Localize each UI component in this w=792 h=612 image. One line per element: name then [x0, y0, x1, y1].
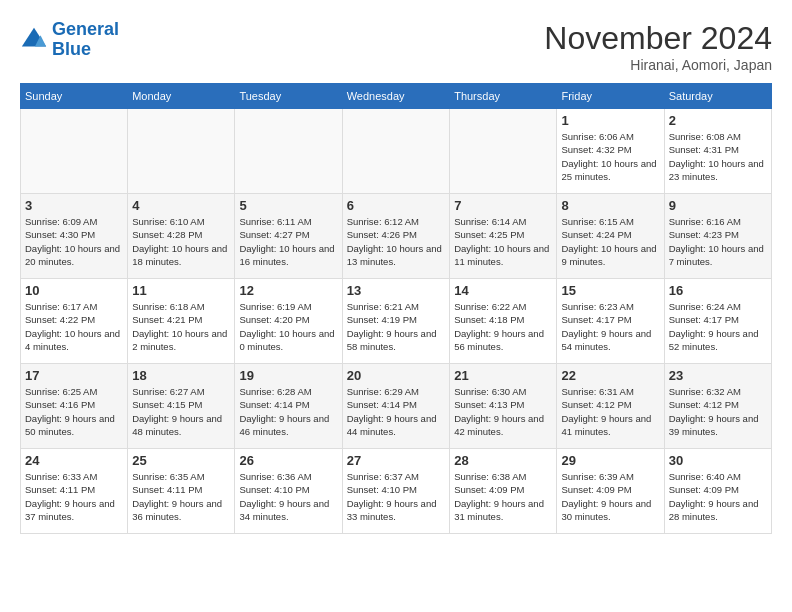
calendar-cell: 9Sunrise: 6:16 AM Sunset: 4:23 PM Daylig…	[664, 194, 771, 279]
calendar-cell: 22Sunrise: 6:31 AM Sunset: 4:12 PM Dayli…	[557, 364, 664, 449]
calendar-cell: 19Sunrise: 6:28 AM Sunset: 4:14 PM Dayli…	[235, 364, 342, 449]
day-info: Sunrise: 6:12 AM Sunset: 4:26 PM Dayligh…	[347, 215, 445, 268]
day-number: 10	[25, 283, 123, 298]
calendar-body: 1Sunrise: 6:06 AM Sunset: 4:32 PM Daylig…	[21, 109, 772, 534]
day-info: Sunrise: 6:29 AM Sunset: 4:14 PM Dayligh…	[347, 385, 445, 438]
calendar-cell: 26Sunrise: 6:36 AM Sunset: 4:10 PM Dayli…	[235, 449, 342, 534]
calendar-cell: 10Sunrise: 6:17 AM Sunset: 4:22 PM Dayli…	[21, 279, 128, 364]
calendar-cell	[235, 109, 342, 194]
logo-icon	[20, 26, 48, 54]
week-row-3: 17Sunrise: 6:25 AM Sunset: 4:16 PM Dayli…	[21, 364, 772, 449]
day-info: Sunrise: 6:38 AM Sunset: 4:09 PM Dayligh…	[454, 470, 552, 523]
day-info: Sunrise: 6:22 AM Sunset: 4:18 PM Dayligh…	[454, 300, 552, 353]
calendar-cell: 23Sunrise: 6:32 AM Sunset: 4:12 PM Dayli…	[664, 364, 771, 449]
weekday-header-saturday: Saturday	[664, 84, 771, 109]
calendar-cell: 30Sunrise: 6:40 AM Sunset: 4:09 PM Dayli…	[664, 449, 771, 534]
day-info: Sunrise: 6:06 AM Sunset: 4:32 PM Dayligh…	[561, 130, 659, 183]
calendar-cell	[450, 109, 557, 194]
weekday-header-monday: Monday	[128, 84, 235, 109]
month-title: November 2024	[544, 20, 772, 57]
day-info: Sunrise: 6:11 AM Sunset: 4:27 PM Dayligh…	[239, 215, 337, 268]
weekday-header-thursday: Thursday	[450, 84, 557, 109]
day-info: Sunrise: 6:35 AM Sunset: 4:11 PM Dayligh…	[132, 470, 230, 523]
calendar-header: SundayMondayTuesdayWednesdayThursdayFrid…	[21, 84, 772, 109]
day-number: 3	[25, 198, 123, 213]
day-number: 1	[561, 113, 659, 128]
calendar-cell: 28Sunrise: 6:38 AM Sunset: 4:09 PM Dayli…	[450, 449, 557, 534]
calendar-cell: 2Sunrise: 6:08 AM Sunset: 4:31 PM Daylig…	[664, 109, 771, 194]
logo-text: General Blue	[52, 20, 119, 60]
day-info: Sunrise: 6:24 AM Sunset: 4:17 PM Dayligh…	[669, 300, 767, 353]
calendar-cell: 11Sunrise: 6:18 AM Sunset: 4:21 PM Dayli…	[128, 279, 235, 364]
calendar-cell: 12Sunrise: 6:19 AM Sunset: 4:20 PM Dayli…	[235, 279, 342, 364]
day-number: 23	[669, 368, 767, 383]
day-info: Sunrise: 6:16 AM Sunset: 4:23 PM Dayligh…	[669, 215, 767, 268]
day-number: 29	[561, 453, 659, 468]
day-info: Sunrise: 6:25 AM Sunset: 4:16 PM Dayligh…	[25, 385, 123, 438]
day-number: 5	[239, 198, 337, 213]
day-info: Sunrise: 6:14 AM Sunset: 4:25 PM Dayligh…	[454, 215, 552, 268]
day-info: Sunrise: 6:36 AM Sunset: 4:10 PM Dayligh…	[239, 470, 337, 523]
day-number: 19	[239, 368, 337, 383]
day-number: 9	[669, 198, 767, 213]
logo-line1: General	[52, 19, 119, 39]
day-number: 22	[561, 368, 659, 383]
day-number: 27	[347, 453, 445, 468]
calendar-cell	[21, 109, 128, 194]
calendar-cell: 6Sunrise: 6:12 AM Sunset: 4:26 PM Daylig…	[342, 194, 449, 279]
calendar-table: SundayMondayTuesdayWednesdayThursdayFrid…	[20, 83, 772, 534]
day-info: Sunrise: 6:32 AM Sunset: 4:12 PM Dayligh…	[669, 385, 767, 438]
day-info: Sunrise: 6:39 AM Sunset: 4:09 PM Dayligh…	[561, 470, 659, 523]
day-info: Sunrise: 6:18 AM Sunset: 4:21 PM Dayligh…	[132, 300, 230, 353]
week-row-4: 24Sunrise: 6:33 AM Sunset: 4:11 PM Dayli…	[21, 449, 772, 534]
calendar-cell: 20Sunrise: 6:29 AM Sunset: 4:14 PM Dayli…	[342, 364, 449, 449]
day-info: Sunrise: 6:33 AM Sunset: 4:11 PM Dayligh…	[25, 470, 123, 523]
day-number: 4	[132, 198, 230, 213]
day-info: Sunrise: 6:19 AM Sunset: 4:20 PM Dayligh…	[239, 300, 337, 353]
calendar-cell: 25Sunrise: 6:35 AM Sunset: 4:11 PM Dayli…	[128, 449, 235, 534]
calendar-cell: 29Sunrise: 6:39 AM Sunset: 4:09 PM Dayli…	[557, 449, 664, 534]
day-info: Sunrise: 6:21 AM Sunset: 4:19 PM Dayligh…	[347, 300, 445, 353]
calendar-cell: 18Sunrise: 6:27 AM Sunset: 4:15 PM Dayli…	[128, 364, 235, 449]
location: Hiranai, Aomori, Japan	[544, 57, 772, 73]
day-number: 7	[454, 198, 552, 213]
day-number: 11	[132, 283, 230, 298]
day-number: 16	[669, 283, 767, 298]
week-row-0: 1Sunrise: 6:06 AM Sunset: 4:32 PM Daylig…	[21, 109, 772, 194]
calendar-cell: 16Sunrise: 6:24 AM Sunset: 4:17 PM Dayli…	[664, 279, 771, 364]
weekday-header-wednesday: Wednesday	[342, 84, 449, 109]
calendar-cell: 7Sunrise: 6:14 AM Sunset: 4:25 PM Daylig…	[450, 194, 557, 279]
calendar-cell: 8Sunrise: 6:15 AM Sunset: 4:24 PM Daylig…	[557, 194, 664, 279]
day-info: Sunrise: 6:31 AM Sunset: 4:12 PM Dayligh…	[561, 385, 659, 438]
day-info: Sunrise: 6:15 AM Sunset: 4:24 PM Dayligh…	[561, 215, 659, 268]
weekday-header-row: SundayMondayTuesdayWednesdayThursdayFrid…	[21, 84, 772, 109]
calendar-cell: 5Sunrise: 6:11 AM Sunset: 4:27 PM Daylig…	[235, 194, 342, 279]
calendar-cell: 15Sunrise: 6:23 AM Sunset: 4:17 PM Dayli…	[557, 279, 664, 364]
day-number: 6	[347, 198, 445, 213]
day-number: 21	[454, 368, 552, 383]
calendar-cell: 27Sunrise: 6:37 AM Sunset: 4:10 PM Dayli…	[342, 449, 449, 534]
calendar-cell: 1Sunrise: 6:06 AM Sunset: 4:32 PM Daylig…	[557, 109, 664, 194]
day-number: 30	[669, 453, 767, 468]
day-number: 14	[454, 283, 552, 298]
logo-line2: Blue	[52, 39, 91, 59]
day-info: Sunrise: 6:09 AM Sunset: 4:30 PM Dayligh…	[25, 215, 123, 268]
day-info: Sunrise: 6:30 AM Sunset: 4:13 PM Dayligh…	[454, 385, 552, 438]
weekday-header-sunday: Sunday	[21, 84, 128, 109]
day-number: 25	[132, 453, 230, 468]
day-number: 20	[347, 368, 445, 383]
day-info: Sunrise: 6:27 AM Sunset: 4:15 PM Dayligh…	[132, 385, 230, 438]
calendar-cell: 21Sunrise: 6:30 AM Sunset: 4:13 PM Dayli…	[450, 364, 557, 449]
calendar-cell: 4Sunrise: 6:10 AM Sunset: 4:28 PM Daylig…	[128, 194, 235, 279]
day-number: 18	[132, 368, 230, 383]
day-info: Sunrise: 6:37 AM Sunset: 4:10 PM Dayligh…	[347, 470, 445, 523]
page-header: General Blue November 2024 Hiranai, Aomo…	[20, 20, 772, 73]
calendar-cell: 3Sunrise: 6:09 AM Sunset: 4:30 PM Daylig…	[21, 194, 128, 279]
day-number: 24	[25, 453, 123, 468]
calendar-cell: 24Sunrise: 6:33 AM Sunset: 4:11 PM Dayli…	[21, 449, 128, 534]
day-number: 2	[669, 113, 767, 128]
calendar-cell: 14Sunrise: 6:22 AM Sunset: 4:18 PM Dayli…	[450, 279, 557, 364]
day-info: Sunrise: 6:10 AM Sunset: 4:28 PM Dayligh…	[132, 215, 230, 268]
day-info: Sunrise: 6:40 AM Sunset: 4:09 PM Dayligh…	[669, 470, 767, 523]
day-info: Sunrise: 6:08 AM Sunset: 4:31 PM Dayligh…	[669, 130, 767, 183]
